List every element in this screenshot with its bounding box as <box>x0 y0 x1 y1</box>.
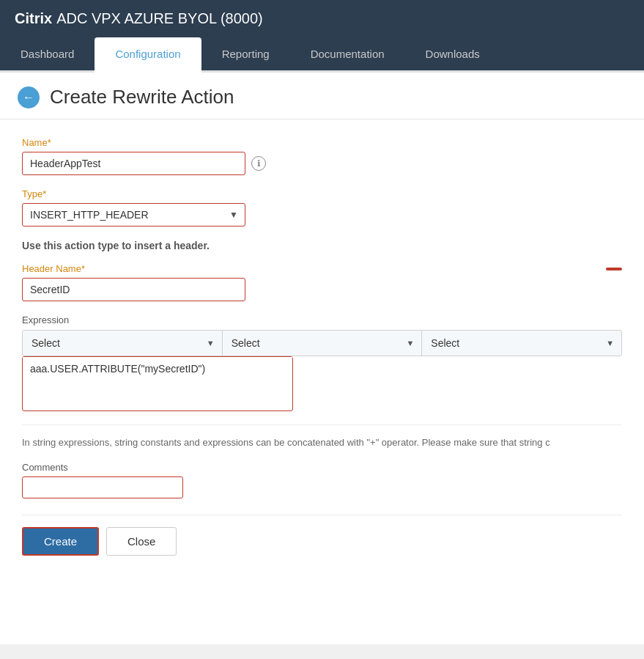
comments-label: Comments <box>22 462 622 473</box>
expression-selects: Select ▼ Select ▼ Select ▼ <box>22 330 622 356</box>
minus-button[interactable] <box>606 268 622 270</box>
expr-select-wrapper-3: Select ▼ <box>422 331 621 356</box>
expression-group: Expression Select ▼ Select ▼ <box>22 314 622 411</box>
header-name-group: Header Name* <box>22 263 622 301</box>
page-content: ← Create Rewrite Action Name* ℹ Type* IN… <box>0 73 644 644</box>
comments-group: Comments <box>22 462 622 498</box>
header-name-input[interactable] <box>22 278 245 301</box>
name-group: Name* ℹ <box>22 137 622 175</box>
comments-input[interactable] <box>22 476 183 498</box>
expr-select-wrapper-2: Select ▼ <box>223 331 423 356</box>
expr-select-2[interactable]: Select <box>223 331 422 356</box>
tab-dashboard[interactable]: Dashboard <box>0 37 95 73</box>
form-area: Name* ℹ Type* INSERT_HTTP_HEADER DELETE_… <box>0 119 644 573</box>
name-input-row: ℹ <box>22 152 622 175</box>
expression-textarea[interactable]: aaa.USER.ATTRIBUTE("mySecretID") <box>23 357 292 408</box>
close-button[interactable]: Close <box>106 527 177 556</box>
tab-configuration[interactable]: Configuration <box>95 37 201 73</box>
tab-reporting[interactable]: Reporting <box>201 37 290 73</box>
header-name-row: Header Name* <box>22 263 622 278</box>
tab-documentation[interactable]: Documentation <box>290 37 405 73</box>
expression-label: Expression <box>22 314 622 325</box>
page-title-bar: ← Create Rewrite Action <box>0 73 644 119</box>
form-footer: Create Close <box>22 515 622 556</box>
info-string: In string expressions, string constants … <box>22 424 622 450</box>
page-title: Create Rewrite Action <box>50 86 234 108</box>
header-name-label: Header Name* <box>22 263 85 274</box>
app-header: Citrix ADC VPX AZURE BYOL (8000) <box>0 0 644 37</box>
create-button[interactable]: Create <box>22 527 99 556</box>
type-select[interactable]: INSERT_HTTP_HEADER DELETE_HTTP_HEADER RE… <box>22 203 245 227</box>
app-title-rest: ADC VPX AZURE BYOL (8000) <box>56 10 263 27</box>
type-select-wrapper: INSERT_HTTP_HEADER DELETE_HTTP_HEADER RE… <box>22 203 245 227</box>
expression-textarea-wrapper: aaa.USER.ATTRIBUTE("mySecretID") <box>22 356 293 411</box>
type-group: Type* INSERT_HTTP_HEADER DELETE_HTTP_HEA… <box>22 188 622 227</box>
info-icon[interactable]: ℹ <box>251 156 266 171</box>
nav-tabs: Dashboard Configuration Reporting Docume… <box>0 37 644 73</box>
tab-downloads[interactable]: Downloads <box>405 37 500 73</box>
expr-select-wrapper-1: Select ▼ <box>23 331 223 356</box>
expr-select-1[interactable]: Select <box>23 331 222 356</box>
action-info-text: Use this action type to insert a header. <box>22 240 622 251</box>
name-label: Name* <box>22 137 622 148</box>
back-button[interactable]: ← <box>18 86 40 108</box>
expr-select-3[interactable]: Select <box>422 331 621 356</box>
app-title-citrix: Citrix <box>15 10 52 27</box>
name-input[interactable] <box>22 152 245 175</box>
type-label: Type* <box>22 188 622 199</box>
